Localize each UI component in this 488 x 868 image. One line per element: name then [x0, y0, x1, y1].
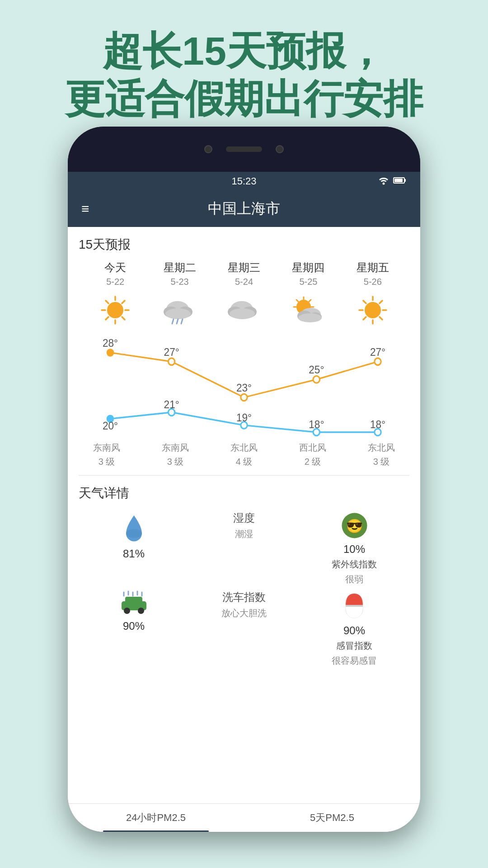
day-name-4: 星期五: [357, 260, 389, 275]
svg-text:😎: 😎: [346, 518, 363, 534]
day-name-3: 星期四: [292, 260, 324, 275]
day-name-1: 星期二: [164, 260, 196, 275]
svg-rect-3: [394, 179, 403, 182]
day-name-0: 今天: [104, 260, 126, 275]
carwash-sublabel: 放心大胆洗: [221, 607, 267, 619]
temp-chart: 28° 27° 23° 25° 27° 20° 21°: [68, 338, 420, 437]
svg-line-44: [363, 317, 366, 320]
svg-rect-78: [346, 605, 363, 607]
uv-label: 紫外线指数: [332, 558, 377, 571]
day-date-3: 5-25: [299, 277, 317, 287]
svg-text:25°: 25°: [309, 363, 324, 376]
svg-point-4: [107, 302, 123, 318]
detail-humidity-icon: 81%: [79, 511, 189, 585]
header-title: 超长15天预报， 更适合假期出行安排: [18, 27, 470, 123]
weather-icon-0: [83, 294, 147, 326]
day-col-1: 星期二 5-23: [147, 260, 211, 287]
weather-icon-2: [212, 294, 276, 326]
svg-point-47: [241, 394, 247, 401]
svg-point-48: [313, 376, 319, 383]
wind-level-4: 3 级: [373, 456, 390, 468]
svg-line-9: [106, 301, 108, 303]
bottom-tabs: 24小时PM2.5 5天PM2.5: [68, 803, 420, 832]
wind-col-1: 东南风 3 级: [141, 442, 210, 468]
cold-sublabel: 很容易感冒: [332, 655, 377, 667]
wind-level-0: 3 级: [99, 456, 115, 468]
app-header: ≡ 中国上海市: [68, 191, 420, 227]
wind-dir-3: 西北风: [299, 442, 326, 454]
wind-col-4: 东北风 3 级: [347, 442, 416, 468]
cold-label: 感冒指数: [336, 640, 372, 652]
day-col-2: 星期三 5-24: [212, 260, 276, 287]
details-title: 天气详情: [79, 485, 409, 502]
svg-line-31: [309, 300, 311, 302]
svg-line-12: [106, 317, 108, 320]
status-time: 15:23: [190, 175, 298, 187]
day-col-4: 星期五 5-26: [341, 260, 405, 287]
main-content: 15天预报 今天 5-22 星期二 5-23 星期三 5-24: [68, 227, 420, 832]
svg-point-45: [107, 349, 114, 357]
tab-pm25-5d[interactable]: 5天PM2.5: [244, 804, 420, 832]
uv-sublabel: 很弱: [345, 573, 363, 585]
svg-point-16: [165, 308, 191, 319]
svg-line-41: [363, 301, 366, 303]
svg-text:27°: 27°: [164, 346, 179, 358]
svg-line-10: [122, 317, 125, 320]
svg-text:18°: 18°: [370, 418, 385, 430]
details-section: 天气详情 81% 湿度 潮湿: [68, 476, 420, 803]
weather-icons-row: [79, 287, 409, 333]
svg-point-49: [375, 358, 381, 365]
svg-point-36: [365, 302, 381, 318]
wifi-icon: [378, 176, 389, 187]
detail-uv-icon: 😎 10% 紫外线指数 很弱: [299, 511, 409, 585]
svg-line-19: [181, 319, 183, 324]
cold-value: 90%: [343, 624, 365, 637]
details-grid: 81% 湿度 潮湿 😎 10% 紫外线指数 很弱: [79, 511, 409, 667]
status-bar: 15:23: [68, 172, 420, 191]
day-date-2: 5-24: [235, 277, 253, 287]
svg-point-0: [383, 182, 385, 184]
phone-bezel: [68, 127, 420, 172]
wind-col-3: 西北风 2 级: [278, 442, 347, 468]
svg-text:28°: 28°: [103, 338, 118, 349]
days-row: 今天 5-22 星期二 5-23 星期三 5-24 星期四 5-25: [79, 260, 409, 287]
svg-point-71: [138, 608, 144, 614]
uv-value: 10%: [343, 543, 365, 556]
wind-col-0: 东南风 3 级: [72, 442, 141, 468]
weather-icon-4: [341, 294, 405, 326]
svg-text:18°: 18°: [309, 418, 324, 430]
tab-pm25-24h[interactable]: 24小时PM2.5: [68, 804, 244, 832]
forecast-section: 15天预报 今天 5-22 星期二 5-23 星期三 5-24: [68, 227, 420, 333]
svg-point-70: [124, 608, 130, 614]
carwash-label: 洗车指数: [222, 590, 266, 604]
svg-line-17: [172, 319, 174, 324]
svg-text:21°: 21°: [164, 398, 179, 410]
svg-point-35: [298, 313, 322, 322]
svg-rect-2: [404, 179, 406, 182]
svg-line-11: [122, 301, 125, 303]
wind-row: 东南风 3 级 东南风 3 级 东北风 4 级 西北风 2 级 东北风 3: [68, 442, 420, 475]
svg-text:27°: 27°: [370, 346, 385, 358]
proximity-sensor: [276, 145, 284, 153]
svg-text:20°: 20°: [103, 420, 118, 432]
battery-icon: [393, 176, 407, 187]
weather-icon-1: [147, 294, 211, 326]
carwash-value: 90%: [123, 620, 145, 632]
svg-point-46: [168, 358, 174, 365]
detail-humidity-text: 湿度 潮湿: [189, 511, 299, 585]
detail-carwash-icon: 90%: [79, 590, 189, 667]
wind-dir-1: 东南风: [162, 442, 189, 454]
wind-dir-0: 东南风: [93, 442, 120, 454]
forecast-title: 15天预报: [79, 236, 409, 253]
day-date-1: 5-23: [171, 277, 189, 287]
front-camera: [204, 145, 212, 153]
phone-frame: 15:23: [68, 127, 420, 832]
wind-dir-2: 东北风: [230, 442, 258, 454]
menu-icon[interactable]: ≡: [81, 201, 89, 217]
svg-text:19°: 19°: [236, 411, 252, 424]
day-date-4: 5-26: [364, 277, 382, 287]
detail-carwash-text: 洗车指数 放心大胆洗: [189, 590, 299, 667]
svg-line-29: [296, 300, 298, 302]
status-icons: [298, 176, 407, 187]
wind-level-2: 4 级: [236, 456, 253, 468]
